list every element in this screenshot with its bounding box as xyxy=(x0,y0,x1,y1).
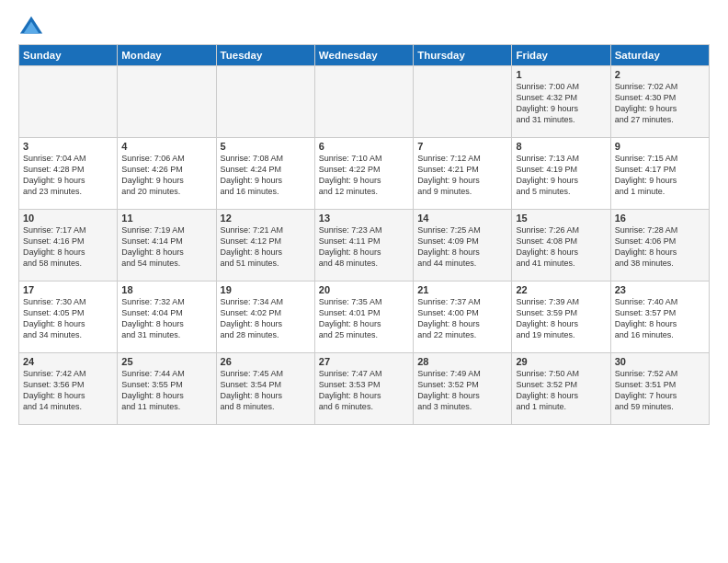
day-info: Sunrise: 7:25 AM Sunset: 4:09 PM Dayligh… xyxy=(417,224,507,270)
day-number: 17 xyxy=(23,284,113,295)
day-cell: 28Sunrise: 7:49 AM Sunset: 3:52 PM Dayli… xyxy=(414,353,512,425)
day-cell: 16Sunrise: 7:28 AM Sunset: 4:06 PM Dayli… xyxy=(610,210,709,282)
day-cell: 2Sunrise: 7:02 AM Sunset: 4:30 PM Daylig… xyxy=(610,66,709,138)
calendar-page: SundayMondayTuesdayWednesdayThursdayFrid… xyxy=(0,0,728,434)
day-info: Sunrise: 7:39 AM Sunset: 3:59 PM Dayligh… xyxy=(516,296,606,341)
day-number: 13 xyxy=(319,213,409,224)
day-cell: 26Sunrise: 7:45 AM Sunset: 3:54 PM Dayli… xyxy=(216,353,314,425)
day-number: 1 xyxy=(516,69,606,80)
header-cell-tuesday: Tuesday xyxy=(216,45,314,66)
day-number: 12 xyxy=(221,213,311,224)
day-number: 28 xyxy=(417,356,507,367)
day-number: 22 xyxy=(516,284,606,295)
day-info: Sunrise: 7:50 AM Sunset: 3:52 PM Dayligh… xyxy=(516,368,606,413)
day-info: Sunrise: 7:21 AM Sunset: 4:12 PM Dayligh… xyxy=(221,224,311,270)
week-row-3: 10Sunrise: 7:17 AM Sunset: 4:16 PM Dayli… xyxy=(19,210,710,282)
day-cell: 11Sunrise: 7:19 AM Sunset: 4:14 PM Dayli… xyxy=(118,210,216,282)
header-cell-saturday: Saturday xyxy=(610,45,709,66)
day-info: Sunrise: 7:00 AM Sunset: 4:32 PM Dayligh… xyxy=(516,81,606,126)
day-cell xyxy=(118,66,216,138)
header-cell-sunday: Sunday xyxy=(19,45,118,66)
day-cell xyxy=(216,66,314,138)
day-info: Sunrise: 7:06 AM Sunset: 4:26 PM Dayligh… xyxy=(121,153,211,198)
day-cell: 19Sunrise: 7:34 AM Sunset: 4:02 PM Dayli… xyxy=(216,282,314,353)
day-cell: 6Sunrise: 7:10 AM Sunset: 4:22 PM Daylig… xyxy=(314,138,413,210)
header-cell-friday: Friday xyxy=(512,45,610,66)
day-info: Sunrise: 7:15 AM Sunset: 4:17 PM Dayligh… xyxy=(615,153,705,198)
day-number: 5 xyxy=(221,141,311,152)
day-info: Sunrise: 7:17 AM Sunset: 4:16 PM Dayligh… xyxy=(23,224,113,270)
day-number: 10 xyxy=(23,213,113,224)
day-info: Sunrise: 7:10 AM Sunset: 4:22 PM Dayligh… xyxy=(319,153,409,198)
header xyxy=(18,15,710,40)
day-cell: 20Sunrise: 7:35 AM Sunset: 4:01 PM Dayli… xyxy=(314,282,413,353)
day-number: 15 xyxy=(516,213,606,224)
day-info: Sunrise: 7:35 AM Sunset: 4:01 PM Dayligh… xyxy=(319,296,409,341)
day-info: Sunrise: 7:30 AM Sunset: 4:05 PM Dayligh… xyxy=(23,296,113,341)
day-cell xyxy=(414,66,512,138)
day-number: 25 xyxy=(121,356,211,367)
day-number: 11 xyxy=(121,213,211,224)
day-number: 20 xyxy=(319,284,409,295)
day-cell: 5Sunrise: 7:08 AM Sunset: 4:24 PM Daylig… xyxy=(216,138,314,210)
week-row-2: 3Sunrise: 7:04 AM Sunset: 4:28 PM Daylig… xyxy=(19,138,710,210)
day-cell: 23Sunrise: 7:40 AM Sunset: 3:57 PM Dayli… xyxy=(610,282,709,353)
day-number: 8 xyxy=(516,141,606,152)
header-row: SundayMondayTuesdayWednesdayThursdayFrid… xyxy=(19,45,710,66)
day-cell: 12Sunrise: 7:21 AM Sunset: 4:12 PM Dayli… xyxy=(216,210,314,282)
day-cell: 27Sunrise: 7:47 AM Sunset: 3:53 PM Dayli… xyxy=(314,353,413,425)
day-number: 27 xyxy=(319,356,409,367)
header-cell-wednesday: Wednesday xyxy=(314,45,413,66)
day-number: 19 xyxy=(221,284,311,295)
calendar-table: SundayMondayTuesdayWednesdayThursdayFrid… xyxy=(18,44,710,425)
day-number: 14 xyxy=(417,213,507,224)
day-number: 3 xyxy=(23,141,113,152)
day-info: Sunrise: 7:13 AM Sunset: 4:19 PM Dayligh… xyxy=(516,153,606,198)
week-row-4: 17Sunrise: 7:30 AM Sunset: 4:05 PM Dayli… xyxy=(19,282,710,353)
day-cell: 7Sunrise: 7:12 AM Sunset: 4:21 PM Daylig… xyxy=(414,138,512,210)
day-cell: 8Sunrise: 7:13 AM Sunset: 4:19 PM Daylig… xyxy=(512,138,610,210)
header-cell-thursday: Thursday xyxy=(414,45,512,66)
day-cell: 15Sunrise: 7:26 AM Sunset: 4:08 PM Dayli… xyxy=(512,210,610,282)
day-cell: 25Sunrise: 7:44 AM Sunset: 3:55 PM Dayli… xyxy=(118,353,216,425)
day-number: 4 xyxy=(121,141,211,152)
day-cell: 29Sunrise: 7:50 AM Sunset: 3:52 PM Dayli… xyxy=(512,353,610,425)
day-number: 16 xyxy=(615,213,705,224)
day-cell: 18Sunrise: 7:32 AM Sunset: 4:04 PM Dayli… xyxy=(118,282,216,353)
day-cell: 30Sunrise: 7:52 AM Sunset: 3:51 PM Dayli… xyxy=(610,353,709,425)
day-info: Sunrise: 7:44 AM Sunset: 3:55 PM Dayligh… xyxy=(121,368,211,413)
day-info: Sunrise: 7:34 AM Sunset: 4:02 PM Dayligh… xyxy=(221,296,311,341)
day-cell: 10Sunrise: 7:17 AM Sunset: 4:16 PM Dayli… xyxy=(19,210,118,282)
logo-icon xyxy=(18,15,44,40)
day-info: Sunrise: 7:26 AM Sunset: 4:08 PM Dayligh… xyxy=(516,224,606,270)
day-info: Sunrise: 7:37 AM Sunset: 4:00 PM Dayligh… xyxy=(417,296,507,341)
day-number: 21 xyxy=(417,284,507,295)
day-info: Sunrise: 7:47 AM Sunset: 3:53 PM Dayligh… xyxy=(319,368,409,413)
day-number: 9 xyxy=(615,141,705,152)
day-cell: 4Sunrise: 7:06 AM Sunset: 4:26 PM Daylig… xyxy=(118,138,216,210)
day-info: Sunrise: 7:32 AM Sunset: 4:04 PM Dayligh… xyxy=(121,296,211,341)
header-cell-monday: Monday xyxy=(118,45,216,66)
day-info: Sunrise: 7:02 AM Sunset: 4:30 PM Dayligh… xyxy=(615,81,705,126)
day-cell: 21Sunrise: 7:37 AM Sunset: 4:00 PM Dayli… xyxy=(414,282,512,353)
day-info: Sunrise: 7:08 AM Sunset: 4:24 PM Dayligh… xyxy=(221,153,311,198)
day-info: Sunrise: 7:12 AM Sunset: 4:21 PM Dayligh… xyxy=(417,153,507,198)
day-info: Sunrise: 7:49 AM Sunset: 3:52 PM Dayligh… xyxy=(417,368,507,413)
day-number: 23 xyxy=(615,284,705,295)
day-cell: 3Sunrise: 7:04 AM Sunset: 4:28 PM Daylig… xyxy=(19,138,118,210)
day-info: Sunrise: 7:19 AM Sunset: 4:14 PM Dayligh… xyxy=(121,224,211,270)
day-info: Sunrise: 7:23 AM Sunset: 4:11 PM Dayligh… xyxy=(319,224,409,270)
day-number: 18 xyxy=(121,284,211,295)
day-number: 24 xyxy=(23,356,113,367)
day-number: 6 xyxy=(319,141,409,152)
day-info: Sunrise: 7:04 AM Sunset: 4:28 PM Dayligh… xyxy=(23,153,113,198)
day-cell: 1Sunrise: 7:00 AM Sunset: 4:32 PM Daylig… xyxy=(512,66,610,138)
day-info: Sunrise: 7:40 AM Sunset: 3:57 PM Dayligh… xyxy=(615,296,705,341)
day-cell: 9Sunrise: 7:15 AM Sunset: 4:17 PM Daylig… xyxy=(610,138,709,210)
day-info: Sunrise: 7:28 AM Sunset: 4:06 PM Dayligh… xyxy=(615,224,705,270)
day-cell: 14Sunrise: 7:25 AM Sunset: 4:09 PM Dayli… xyxy=(414,210,512,282)
logo xyxy=(18,15,48,40)
day-cell: 24Sunrise: 7:42 AM Sunset: 3:56 PM Dayli… xyxy=(19,353,118,425)
day-cell: 22Sunrise: 7:39 AM Sunset: 3:59 PM Dayli… xyxy=(512,282,610,353)
day-info: Sunrise: 7:52 AM Sunset: 3:51 PM Dayligh… xyxy=(615,368,705,413)
